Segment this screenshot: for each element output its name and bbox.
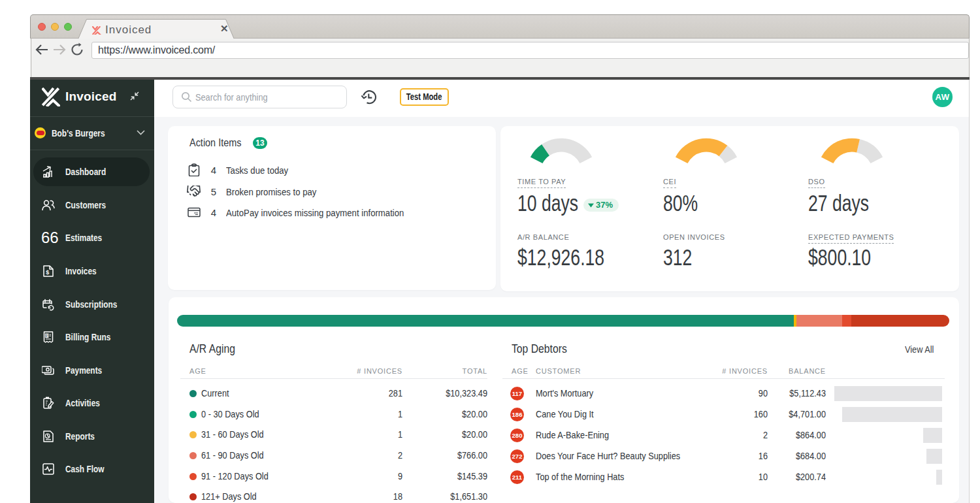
svg-text:$: $ (46, 269, 49, 276)
svg-text:$: $ (46, 334, 48, 338)
svg-text:66: 66 (41, 229, 59, 246)
